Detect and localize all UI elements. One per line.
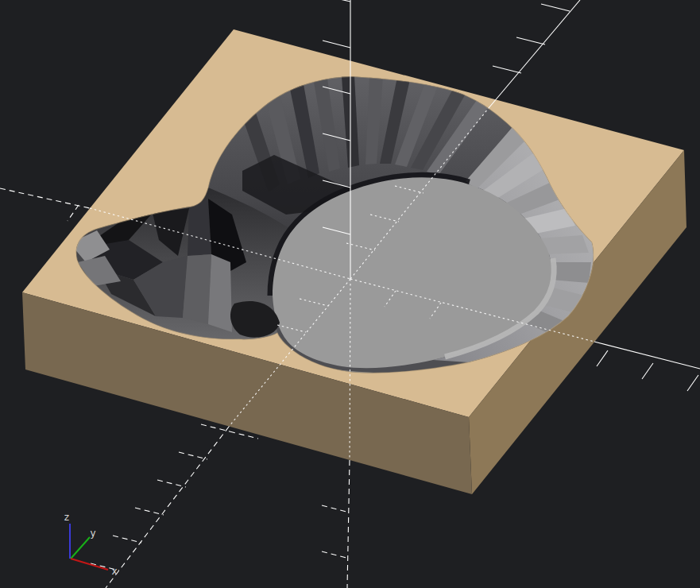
axis-label-x: x xyxy=(111,566,117,577)
axis-label-z: z xyxy=(64,512,69,523)
3d-viewport[interactable]: z y x xyxy=(0,0,700,588)
axis-label-y: y xyxy=(90,528,95,539)
3d-scene: z y x xyxy=(0,0,700,588)
